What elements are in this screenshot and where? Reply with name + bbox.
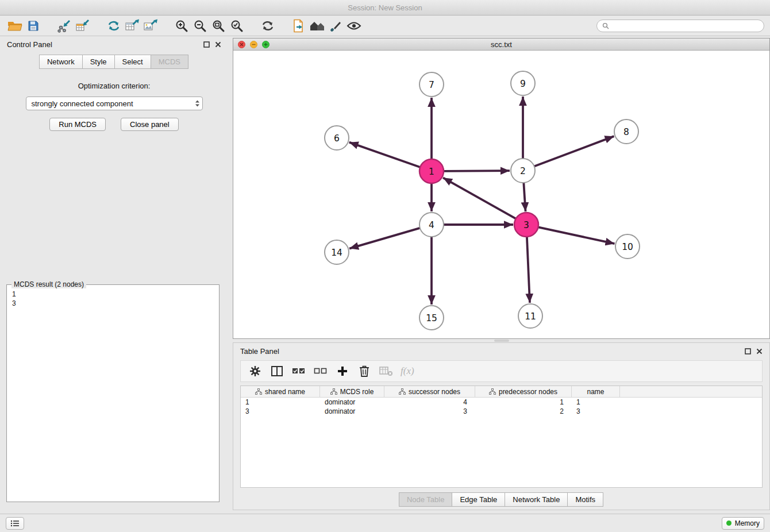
column-header-mcds-role[interactable]: MCDS role <box>320 386 384 397</box>
graph-edge-3-1[interactable] <box>443 178 516 218</box>
tab-network[interactable]: Network <box>39 55 83 69</box>
graph-node-10[interactable]: 10 <box>615 234 640 259</box>
tab-edge-table[interactable]: Edge Table <box>452 492 505 507</box>
graph-node-11[interactable]: 11 <box>518 304 542 328</box>
graph-edge-2-8[interactable] <box>534 136 614 166</box>
cell-mcds-role[interactable]: dominator <box>320 407 384 415</box>
zoom-selected-button[interactable] <box>228 17 246 34</box>
style-brush-button[interactable] <box>326 17 345 34</box>
cell-predecessor-nodes[interactable]: 2 <box>475 407 572 415</box>
table-options-button[interactable] <box>247 363 264 380</box>
close-icon <box>240 43 244 47</box>
cell-name[interactable]: 1 <box>572 398 620 406</box>
vertical-splitter[interactable] <box>228 36 233 514</box>
zoom-fit-button[interactable] <box>209 17 228 34</box>
table-row[interactable]: 1 dominator 4 1 1 <box>241 398 762 407</box>
share-document-button[interactable] <box>290 17 308 34</box>
zoom-in-button[interactable] <box>172 17 191 34</box>
open-session-button[interactable] <box>6 17 24 34</box>
refresh-icon <box>261 19 275 33</box>
show-columns-button[interactable] <box>268 363 286 380</box>
close-panel-button[interactable] <box>215 41 221 48</box>
hierarchy-icon <box>399 388 406 395</box>
memory-status-icon <box>726 521 732 526</box>
run-mcds-button[interactable]: Run MCDS <box>49 118 106 131</box>
float-table-panel-button[interactable] <box>745 348 751 354</box>
tab-mcds[interactable]: MCDS <box>151 55 188 69</box>
graph-node-1[interactable]: 1 <box>419 159 444 183</box>
graph-edge-1-6[interactable] <box>349 142 420 167</box>
graph-node-3[interactable]: 3 <box>514 213 538 237</box>
result-line: 1 <box>12 290 214 299</box>
svg-text:8: 8 <box>623 127 629 137</box>
export-network-button[interactable] <box>105 17 123 34</box>
graph-node-9[interactable]: 9 <box>511 71 535 95</box>
graph-canvas[interactable]: 7968124314101511 <box>233 51 769 338</box>
show-hide-button[interactable] <box>345 17 363 34</box>
graph-node-6[interactable]: 6 <box>325 126 349 150</box>
memory-button[interactable]: Memory <box>722 517 764 530</box>
function-builder-button[interactable]: f(x) <box>399 363 414 380</box>
document-share-icon <box>292 19 306 33</box>
graph-node-14[interactable]: 14 <box>325 240 349 264</box>
svg-text:11: 11 <box>525 311 536 322</box>
cell-successor-nodes[interactable]: 3 <box>384 407 475 415</box>
zoom-out-button[interactable] <box>191 17 209 34</box>
graph-edge-2-3[interactable] <box>523 183 525 211</box>
column-header-predecessor-nodes[interactable]: predecessor nodes <box>475 386 572 397</box>
graph-edge-3-10[interactable] <box>538 227 615 244</box>
cell-mcds-role[interactable]: dominator <box>320 398 384 406</box>
float-panel-button[interactable] <box>203 41 210 48</box>
import-table-button[interactable] <box>74 17 92 34</box>
svg-text:1: 1 <box>429 167 434 177</box>
chevron-up-down-icon <box>195 99 200 107</box>
cell-shared-name[interactable]: 3 <box>241 407 320 415</box>
graph-node-8[interactable]: 8 <box>614 119 638 144</box>
column-header-shared-name[interactable]: shared name <box>241 386 320 397</box>
graph-node-2[interactable]: 2 <box>511 159 535 183</box>
graph-node-15[interactable]: 15 <box>419 306 444 330</box>
home-button[interactable] <box>308 17 326 34</box>
tab-node-table[interactable]: Node Table <box>399 492 453 507</box>
graph-node-7[interactable]: 7 <box>419 72 444 97</box>
zoom-selected-icon <box>230 19 244 33</box>
graph-edge-1-2[interactable] <box>444 171 510 171</box>
close-panel-action-button[interactable]: Close panel <box>121 118 179 131</box>
window-minimize-button[interactable] <box>250 41 257 48</box>
cell-successor-nodes[interactable]: 4 <box>384 398 475 406</box>
tab-motifs[interactable]: Motifs <box>567 492 603 507</box>
column-header-name[interactable]: name <box>572 386 620 397</box>
floppy-icon <box>28 20 39 32</box>
save-session-button[interactable] <box>24 17 43 34</box>
window-zoom-button[interactable] <box>262 41 270 48</box>
select-all-button[interactable] <box>290 363 307 380</box>
apply-layout-button[interactable] <box>259 17 277 34</box>
window-close-button[interactable] <box>238 41 245 48</box>
export-table-button[interactable] <box>123 17 141 34</box>
table-row[interactable]: 3 dominator 3 2 3 <box>241 407 762 416</box>
float-icon <box>745 348 751 354</box>
tab-select[interactable]: Select <box>114 55 151 69</box>
window-title: Session: New Session <box>348 3 422 12</box>
graph-edge-4-14[interactable] <box>349 228 420 249</box>
tab-style[interactable]: Style <box>82 55 115 69</box>
cell-shared-name[interactable]: 1 <box>241 398 320 406</box>
import-network-button[interactable] <box>55 17 74 34</box>
deselect-all-button[interactable] <box>312 363 329 380</box>
graph-node-4[interactable]: 4 <box>419 213 444 237</box>
column-header-successor-nodes[interactable]: successor nodes <box>384 386 475 397</box>
add-column-button[interactable] <box>334 363 351 380</box>
delete-columns-button[interactable] <box>356 363 373 380</box>
tab-network-table[interactable]: Network Table <box>505 492 568 507</box>
optimization-criterion-select[interactable]: strongly connected component <box>26 97 203 110</box>
cell-predecessor-nodes[interactable]: 1 <box>475 398 572 406</box>
delete-table-button[interactable] <box>378 363 395 380</box>
close-table-panel-button[interactable] <box>756 348 763 354</box>
task-history-button[interactable] <box>6 517 24 530</box>
graph-edge-3-11[interactable] <box>527 237 530 303</box>
cell-name[interactable]: 3 <box>572 407 620 415</box>
columns-icon <box>271 365 283 377</box>
search-box[interactable] <box>596 20 764 32</box>
export-image-button[interactable] <box>141 17 160 34</box>
search-input[interactable] <box>612 22 759 30</box>
